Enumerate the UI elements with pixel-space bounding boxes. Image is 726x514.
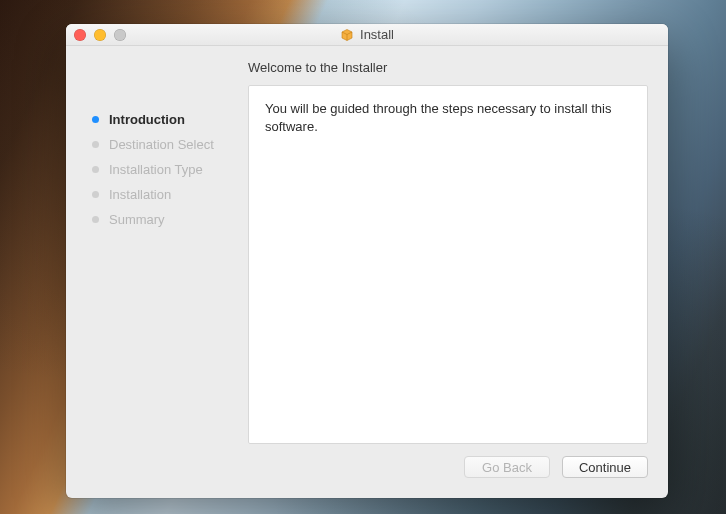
titlebar[interactable]: Install: [66, 24, 668, 46]
step-summary: Summary: [92, 207, 248, 232]
step-bullet-icon: [92, 216, 99, 223]
close-icon[interactable]: [74, 29, 86, 41]
welcome-text: Welcome to the Installer: [248, 60, 387, 75]
subheader: Welcome to the Installer: [66, 46, 668, 85]
window-title: Install: [360, 27, 394, 42]
step-bullet-icon: [92, 141, 99, 148]
go-back-button: Go Back: [464, 456, 550, 478]
svg-marker-0: [342, 29, 352, 40]
continue-button[interactable]: Continue: [562, 456, 648, 478]
content-pane: You will be guided through the steps nec…: [248, 85, 648, 444]
step-label: Introduction: [109, 112, 185, 127]
step-introduction: Introduction: [92, 107, 248, 132]
footer: Go Back Continue: [66, 444, 668, 498]
zoom-icon: [114, 29, 126, 41]
step-bullet-icon: [92, 191, 99, 198]
step-label: Summary: [109, 212, 165, 227]
minimize-icon[interactable]: [94, 29, 106, 41]
desktop-background: Install Welcome to the Installer Introdu…: [0, 0, 726, 514]
installer-window: Install Welcome to the Installer Introdu…: [66, 24, 668, 498]
step-bullet-icon: [92, 116, 99, 123]
step-destination-select: Destination Select: [92, 132, 248, 157]
steps-sidebar: Introduction Destination Select Installa…: [86, 85, 248, 444]
step-label: Destination Select: [109, 137, 214, 152]
step-installation: Installation: [92, 182, 248, 207]
package-icon: [340, 28, 354, 42]
step-label: Installation: [109, 187, 171, 202]
window-controls: [66, 29, 126, 41]
content-body-text: You will be guided through the steps nec…: [265, 101, 611, 134]
step-installation-type: Installation Type: [92, 157, 248, 182]
step-bullet-icon: [92, 166, 99, 173]
step-label: Installation Type: [109, 162, 203, 177]
